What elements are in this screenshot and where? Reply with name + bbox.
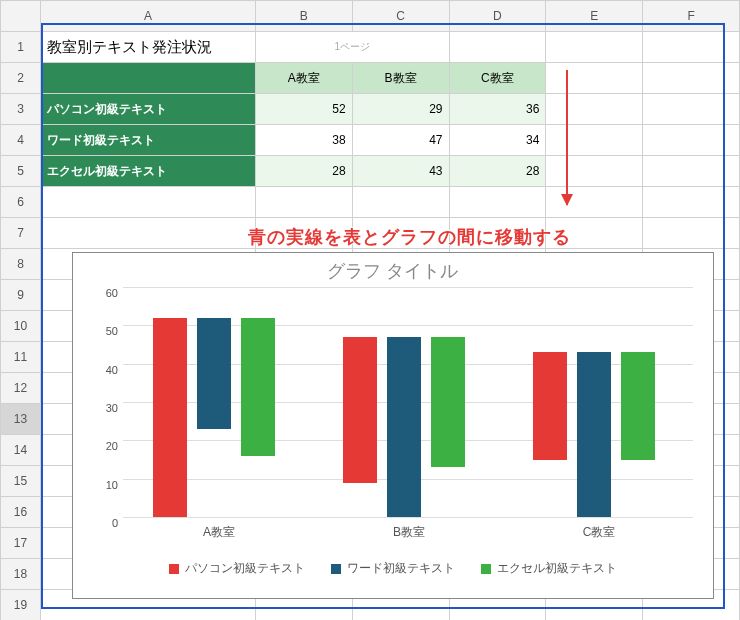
table-row-header[interactable]: エクセル初級テキスト xyxy=(40,156,255,187)
row-header[interactable]: 6 xyxy=(1,187,41,218)
row-header[interactable]: 8 xyxy=(1,249,41,280)
chart-bar xyxy=(153,318,187,517)
row-header[interactable]: 7 xyxy=(1,218,41,249)
chart-bar xyxy=(343,337,377,483)
col-header[interactable]: A xyxy=(40,1,255,32)
spreadsheet-view: A B C D E F 1 教室別テキスト発注状況 1ページ 2 A教室 B教室… xyxy=(0,0,740,620)
chart-bar xyxy=(241,318,275,456)
chart-y-tick: 60 xyxy=(88,287,118,299)
chart-bar xyxy=(387,337,421,517)
chart-x-label: B教室 xyxy=(393,524,425,541)
chart-y-tick: 0 xyxy=(88,517,118,529)
chart-bar xyxy=(197,318,231,429)
row-header[interactable]: 1 xyxy=(1,32,41,63)
chart-bar xyxy=(533,352,567,459)
chart-bar xyxy=(431,337,465,467)
row-header[interactable]: 14 xyxy=(1,435,41,466)
page-label: 1ページ xyxy=(255,32,449,63)
chart-bar xyxy=(577,352,611,517)
chart-x-label: C教室 xyxy=(583,524,616,541)
arrow-icon xyxy=(566,70,568,205)
table-row-header[interactable]: パソコン初級テキスト xyxy=(40,94,255,125)
legend-swatch xyxy=(331,564,341,574)
col-header[interactable]: C xyxy=(352,1,449,32)
chart-title: グラフ タイトル xyxy=(73,259,713,283)
row-header[interactable]: 11 xyxy=(1,342,41,373)
row-header[interactable]: 3 xyxy=(1,94,41,125)
row-header[interactable]: 15 xyxy=(1,466,41,497)
chart-y-tick: 40 xyxy=(88,364,118,376)
legend-item: パソコン初級テキスト xyxy=(169,560,305,577)
chart-y-tick: 20 xyxy=(88,440,118,452)
legend-swatch xyxy=(169,564,179,574)
row-header[interactable]: 13 xyxy=(1,404,41,435)
row-header[interactable]: 5 xyxy=(1,156,41,187)
table-corner[interactable] xyxy=(40,63,255,94)
chart-y-tick: 10 xyxy=(88,479,118,491)
table-cell[interactable]: 34 xyxy=(449,125,546,156)
row-header[interactable]: 19 xyxy=(1,590,41,621)
embedded-chart[interactable]: グラフ タイトル 0102030405060 A教室B教室C教室 パソコン初級テ… xyxy=(72,252,714,599)
legend-swatch xyxy=(481,564,491,574)
chart-x-labels: A教室B教室C教室 xyxy=(123,524,693,542)
chart-y-tick: 50 xyxy=(88,325,118,337)
row-header[interactable]: 12 xyxy=(1,373,41,404)
legend-item: エクセル初級テキスト xyxy=(481,560,617,577)
row-header[interactable]: 2 xyxy=(1,63,41,94)
chart-bar xyxy=(621,352,655,459)
row-header[interactable]: 9 xyxy=(1,280,41,311)
table-cell[interactable]: 38 xyxy=(255,125,352,156)
row-header[interactable]: 17 xyxy=(1,528,41,559)
annotation-text: 青の実線を表とグラフの間に移動する xyxy=(248,225,571,249)
chart-plot-area: 0102030405060 xyxy=(123,287,693,518)
table-cell[interactable]: 28 xyxy=(449,156,546,187)
col-header[interactable]: D xyxy=(449,1,546,32)
table-cell[interactable]: 29 xyxy=(352,94,449,125)
row-header[interactable]: 10 xyxy=(1,311,41,342)
table-col-header[interactable]: A教室 xyxy=(255,63,352,94)
table-col-header[interactable]: B教室 xyxy=(352,63,449,94)
chart-legend: パソコン初級テキストワード初級テキストエクセル初級テキスト xyxy=(73,560,713,577)
table-cell[interactable]: 36 xyxy=(449,94,546,125)
col-header[interactable]: E xyxy=(546,1,643,32)
chart-y-tick: 30 xyxy=(88,402,118,414)
table-cell[interactable]: 28 xyxy=(255,156,352,187)
row-header[interactable]: 18 xyxy=(1,559,41,590)
table-row-header[interactable]: ワード初級テキスト xyxy=(40,125,255,156)
legend-item: ワード初級テキスト xyxy=(331,560,455,577)
table-cell[interactable]: 43 xyxy=(352,156,449,187)
col-header[interactable]: F xyxy=(643,1,740,32)
row-header[interactable]: 4 xyxy=(1,125,41,156)
chart-x-label: A教室 xyxy=(203,524,235,541)
title-cell[interactable]: 教室別テキスト発注状況 xyxy=(40,32,255,63)
col-header-row[interactable]: A B C D E F xyxy=(1,1,740,32)
row-header[interactable]: 16 xyxy=(1,497,41,528)
table-cell[interactable]: 47 xyxy=(352,125,449,156)
col-header[interactable]: B xyxy=(255,1,352,32)
table-cell[interactable]: 52 xyxy=(255,94,352,125)
table-col-header[interactable]: C教室 xyxy=(449,63,546,94)
select-all-cell[interactable] xyxy=(1,1,41,32)
